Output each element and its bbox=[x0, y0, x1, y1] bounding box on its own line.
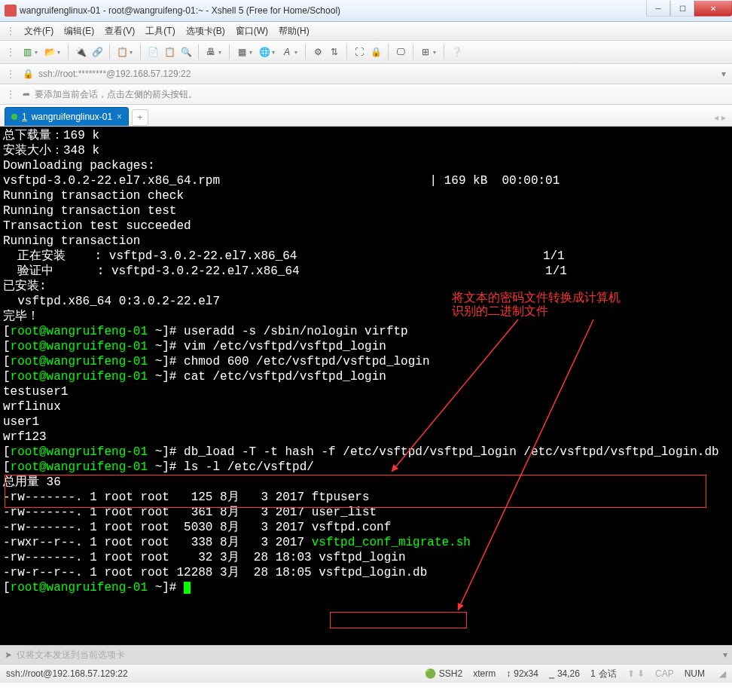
toolbar: ⋮ ▥▾ 📂▾ 🔌 🔗 📋▾ 📄 📋 🔍 🖶▾ ▦▾ 🌐▾ A▾ ⚙ ⇅ ⛶ 🔒… bbox=[0, 41, 732, 64]
terminal-line: Running transaction test bbox=[3, 203, 729, 219]
menu-file[interactable]: 文件(F) bbox=[20, 23, 58, 39]
maximize-button[interactable]: ☐ bbox=[670, 1, 694, 17]
status-arrows: ⬆ ⬇ bbox=[627, 668, 645, 679]
layout-icon[interactable]: ▦ bbox=[234, 44, 249, 60]
menu-help[interactable]: 帮助(H) bbox=[274, 23, 314, 39]
terminal-line: 安装大小：348 k bbox=[3, 143, 729, 158]
tab-next-icon[interactable]: ▸ bbox=[721, 112, 726, 123]
terminal-line: -rwxr--r--. 1 root root 338 8月 3 2017 vs… bbox=[3, 535, 729, 550]
help-icon[interactable]: ❔ bbox=[449, 44, 464, 60]
tab-prev-icon[interactable]: ◂ bbox=[714, 112, 718, 123]
window-controls: ─ ☐ ✕ bbox=[646, 1, 732, 16]
open-icon[interactable]: 📂 bbox=[42, 44, 57, 60]
status-cap: CAP bbox=[655, 668, 674, 679]
terminal-line: Downloading packages: bbox=[3, 158, 729, 173]
status-sessions: 1 bbox=[590, 668, 596, 679]
status-size-icon: ↕ bbox=[506, 668, 511, 679]
terminal-line: [root@wangruifeng-01 ~]# ls -l /etc/vsft… bbox=[3, 460, 729, 475]
status-num: NUM bbox=[685, 668, 705, 679]
address-lock-icon: 🔒 bbox=[23, 69, 34, 79]
send-dropdown-icon[interactable]: ▾ bbox=[723, 650, 727, 660]
terminal-line: Transaction test succeeded bbox=[3, 219, 729, 234]
toolbar-grip-icon: ⋮ bbox=[6, 47, 15, 57]
tab-session[interactable]: 1 wangruifenglinux-01 × bbox=[5, 107, 129, 126]
tab-bar: 1 wangruifenglinux-01 × + ◂ ▸ bbox=[0, 105, 732, 127]
address-bar: ⋮ 🔒 ssh://root:********@192.168.57.129:2… bbox=[0, 64, 732, 84]
terminal-line: [root@wangruifeng-01 ~]# useradd -s /sbi… bbox=[3, 324, 729, 339]
menu-window[interactable]: 窗口(W) bbox=[231, 23, 273, 39]
minimize-button[interactable]: ─ bbox=[646, 1, 670, 17]
terminal-line: 完毕！ bbox=[3, 309, 729, 324]
terminal-line: [root@wangruifeng-01 ~]# bbox=[3, 580, 729, 595]
terminal-line: Running transaction bbox=[3, 234, 729, 249]
new-session-icon[interactable]: ▥ bbox=[20, 44, 35, 60]
highlight-box-file bbox=[330, 612, 467, 628]
tab-close-icon[interactable]: × bbox=[117, 112, 122, 122]
terminal-line: Running transaction check bbox=[3, 188, 729, 203]
hint-add-icon[interactable]: ➦ bbox=[23, 89, 30, 99]
status-term: xterm bbox=[473, 668, 496, 679]
status-bar: ssh://root@192.168.57.129:22 🟢SSH2 xterm… bbox=[0, 664, 732, 683]
send-icon[interactable]: ➤ bbox=[5, 650, 12, 660]
status-proto-icon: 🟢 bbox=[425, 668, 436, 679]
tab-status-icon bbox=[11, 114, 17, 120]
status-sessions-label: 会话 bbox=[599, 668, 617, 680]
paste-icon[interactable]: 📋 bbox=[162, 44, 177, 60]
properties-icon[interactable]: 📋 bbox=[114, 44, 130, 60]
terminal[interactable]: 总下载量：169 k安装大小：348 kDownloading packages… bbox=[0, 127, 732, 645]
menubar: ⋮ 文件(F) 编辑(E) 查看(V) 工具(T) 选项卡(B) 窗口(W) 帮… bbox=[0, 22, 732, 41]
menu-edit[interactable]: 编辑(E) bbox=[59, 23, 99, 39]
tab-label: wangruifenglinux-01 bbox=[32, 112, 112, 122]
menu-view[interactable]: 查看(V) bbox=[100, 23, 139, 39]
font-icon[interactable]: A bbox=[279, 44, 294, 60]
terminal-line: -rw-------. 1 root root 125 8月 3 2017 ft… bbox=[3, 490, 729, 505]
terminal-line: wrf123 bbox=[3, 429, 729, 445]
address-text[interactable]: ssh://root:********@192.168.57.129:22 bbox=[38, 69, 191, 79]
terminal-line: -rw-------. 1 root root 5030 8月 3 2017 v… bbox=[3, 520, 729, 535]
terminal-line: [root@wangruifeng-01 ~]# vim /etc/vsftpd… bbox=[3, 339, 729, 354]
terminal-line: testuser1 bbox=[3, 384, 729, 399]
tab-index: 1 bbox=[22, 112, 27, 122]
terminal-line: -rw-r--r--. 1 root root 12288 3月 28 18:0… bbox=[3, 565, 729, 580]
sessions-icon[interactable]: 🖵 bbox=[393, 44, 408, 60]
window-title: wangruifenglinux-01 - root@wangruifeng-0… bbox=[20, 5, 646, 16]
find-icon[interactable]: 🔍 bbox=[178, 44, 194, 60]
terminal-line: 验证中 : vsftpd-3.0.2-22.el7.x86_64 1/1 bbox=[3, 264, 729, 279]
menu-tab[interactable]: 选项卡(B) bbox=[181, 23, 230, 39]
status-pos-icon: ⎯ bbox=[549, 668, 554, 679]
annotation-line1: 将文本的密码文件转换成计算机 bbox=[452, 291, 621, 306]
titlebar: wangruifenglinux-01 - root@wangruifeng-0… bbox=[0, 0, 732, 22]
annotation-line2: 识别的二进制文件 bbox=[452, 304, 548, 319]
send-input[interactable]: 仅将文本发送到当前选项卡 bbox=[17, 649, 718, 662]
menubar-grip-icon: ⋮ bbox=[6, 26, 15, 36]
hintbar-grip-icon: ⋮ bbox=[6, 89, 15, 99]
addrbar-grip-icon: ⋮ bbox=[6, 69, 15, 79]
menu-tools[interactable]: 工具(T) bbox=[141, 23, 179, 39]
script-icon[interactable]: ⚙ bbox=[310, 44, 325, 60]
resize-grip-icon[interactable]: ◢ bbox=[715, 668, 726, 679]
terminal-line: -rw-------. 1 root root 361 8月 3 2017 us… bbox=[3, 505, 729, 520]
print-icon[interactable]: 🖶 bbox=[203, 44, 218, 60]
terminal-line: [root@wangruifeng-01 ~]# chmod 600 /etc/… bbox=[3, 354, 729, 369]
status-connection: ssh://root@192.168.57.129:22 bbox=[6, 668, 414, 679]
send-bar: ➤ 仅将文本发送到当前选项卡 ▾ bbox=[0, 645, 732, 664]
reconnect-icon[interactable]: 🔌 bbox=[73, 44, 88, 60]
address-dropdown-icon[interactable]: ▾ bbox=[721, 69, 726, 79]
add-tab-button[interactable]: + bbox=[132, 109, 148, 126]
tile-icon[interactable]: ⊞ bbox=[418, 44, 433, 60]
fullscreen-icon[interactable]: ⛶ bbox=[352, 44, 367, 60]
globe-icon[interactable]: 🌐 bbox=[257, 44, 272, 60]
status-size: 92x34 bbox=[514, 668, 538, 679]
terminal-line: vsftpd-3.0.2-22.el7.x86_64.rpm | 169 kB … bbox=[3, 173, 729, 188]
status-proto: SSH2 bbox=[439, 668, 462, 679]
app-icon bbox=[5, 5, 17, 17]
close-button[interactable]: ✕ bbox=[694, 1, 732, 17]
terminal-line: 正在安装 : vsftpd-3.0.2-22.el7.x86_64 1/1 bbox=[3, 249, 729, 264]
copy-icon[interactable]: 📄 bbox=[145, 44, 160, 60]
transfer-icon[interactable]: ⇅ bbox=[327, 44, 342, 60]
terminal-line: user1 bbox=[3, 414, 729, 429]
disconnect-icon[interactable]: 🔗 bbox=[90, 44, 105, 60]
lock-icon[interactable]: 🔒 bbox=[368, 44, 383, 60]
terminal-line: -rw-------. 1 root root 32 3月 28 18:03 v… bbox=[3, 550, 729, 565]
terminal-line: 总下载量：169 k bbox=[3, 128, 729, 143]
